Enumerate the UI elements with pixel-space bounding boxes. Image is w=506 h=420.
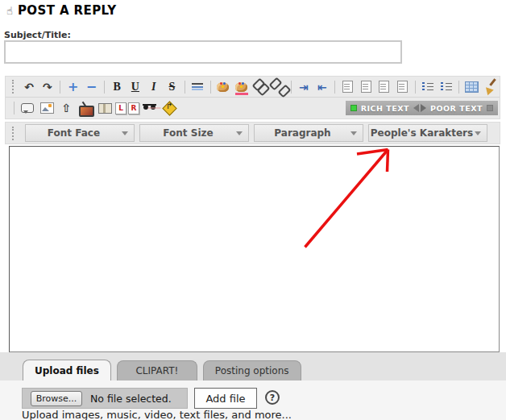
tab-upload-files[interactable]: Upload files <box>23 360 111 380</box>
media-gallery-icon[interactable] <box>96 100 114 117</box>
browse-button[interactable]: Browse... <box>31 391 82 406</box>
subject-input[interactable] <box>4 40 402 64</box>
help-icon[interactable]: ? <box>265 390 280 405</box>
redo-icon[interactable]: ↷ <box>39 78 56 95</box>
align-center-icon[interactable] <box>358 78 375 95</box>
ordered-list-icon[interactable] <box>420 78 437 95</box>
bold-icon[interactable]: B <box>109 78 126 95</box>
decrease-size-icon[interactable]: − <box>83 78 100 95</box>
align-left-icon[interactable] <box>339 78 356 95</box>
font-face-dropdown[interactable]: Font Face <box>25 124 135 142</box>
toolbar-separator <box>334 81 335 94</box>
page-header: ☝ POST A REPLY <box>6 3 116 18</box>
toolbar-separator <box>14 102 15 114</box>
align-justify-icon[interactable] <box>394 78 411 95</box>
toolbar-row-1: ↶↷+−BUIS⇥⇤ <box>6 77 500 98</box>
clean-html-icon[interactable] <box>482 78 499 95</box>
font-size-dropdown[interactable]: Font Size <box>139 124 249 142</box>
align-right-icon[interactable] <box>375 78 392 95</box>
insert-link-icon[interactable] <box>251 78 268 95</box>
text-color-icon[interactable] <box>214 78 231 95</box>
subject-label: Subject/Title: <box>4 30 71 40</box>
dropdown-label: Font Size <box>140 127 236 139</box>
poor-text-label[interactable]: POOR TEXT <box>430 104 483 113</box>
toolbar-separator <box>415 81 416 94</box>
caret-down-icon <box>475 131 481 135</box>
tab-posting-options[interactable]: Posting options <box>203 360 301 380</box>
insert-image-icon[interactable] <box>38 100 56 117</box>
add-file-button[interactable]: Add file <box>194 388 257 409</box>
toolbar-separator <box>185 81 185 94</box>
remove-link-icon[interactable] <box>270 78 287 95</box>
paragraph-dropdown[interactable]: Paragraph <box>254 124 363 142</box>
fist-icon: ☝ <box>6 5 13 17</box>
editor-toolbar: ↶↷+−BUIS⇥⇤ ⇧LRRICH TEXTPOOR TEXT <box>5 76 500 119</box>
caret-down-icon <box>350 131 357 135</box>
file-status: No file selected. <box>90 393 172 405</box>
toolbar-row-2: ⇧LRRICH TEXTPOOR TEXT <box>6 98 500 119</box>
rich-text-label[interactable]: RICH TEXT <box>361 104 409 113</box>
dropdown-label: Font Face <box>26 127 122 139</box>
float-right-icon[interactable]: R <box>128 102 139 114</box>
upload-panel: Browse... No file selected. Add file ? U… <box>0 380 506 420</box>
caret-down-icon <box>122 131 128 135</box>
poor-text-indicator <box>487 105 493 111</box>
italic-icon[interactable]: I <box>145 78 162 95</box>
toolbar-grip[interactable] <box>12 80 16 94</box>
page-title: POST A REPLY <box>18 3 117 18</box>
peoples-karakters-dropdown[interactable]: People's Karakters <box>368 124 487 142</box>
toggle-left-arrow-icon[interactable] <box>413 104 419 112</box>
underline-icon[interactable]: U <box>127 78 144 95</box>
rich-text-indicator <box>350 105 357 111</box>
highlight-color-icon[interactable] <box>233 78 250 95</box>
tab-bar: Upload filesCLIPART!Posting options <box>0 352 506 380</box>
undo-icon[interactable]: ↶ <box>21 78 38 95</box>
horizontal-rule-icon[interactable] <box>189 78 206 95</box>
upload-file-icon[interactable]: ⇧ <box>57 100 75 117</box>
toggle-right-arrow-icon[interactable] <box>421 104 426 112</box>
quote-icon[interactable] <box>19 100 36 117</box>
toolbar-row-fonts: Font FaceFont SizeParagraphPeople's Kara… <box>5 122 500 144</box>
increase-size-icon[interactable]: + <box>64 78 81 95</box>
toolbar-separator <box>60 81 60 94</box>
toolbar-separator <box>458 81 459 94</box>
text-mode-toggle[interactable]: RICH TEXTPOOR TEXT <box>346 101 498 115</box>
disguise-spoiler-icon[interactable] <box>141 100 159 117</box>
tab-clipart[interactable]: CLIPART! <box>117 360 197 380</box>
toolbar-separator <box>104 81 105 94</box>
dropdown-label: People's Karakters <box>369 127 475 139</box>
outdent-icon[interactable]: ⇤ <box>313 78 330 95</box>
toolbar-separator <box>210 81 211 94</box>
unordered-list-icon[interactable] <box>438 78 455 95</box>
insert-video-icon[interactable] <box>77 100 94 117</box>
dropdown-label: Paragraph <box>255 127 350 139</box>
road-sign-icon[interactable] <box>160 100 178 117</box>
float-left-icon[interactable]: L <box>115 102 126 114</box>
caret-down-icon <box>236 131 243 135</box>
editor-area[interactable] <box>9 146 500 352</box>
toolbar-grip[interactable] <box>12 127 16 140</box>
strikethrough-icon[interactable]: S <box>164 78 180 95</box>
insert-table-icon[interactable] <box>463 78 480 95</box>
toolbar-separator <box>291 81 292 94</box>
file-input[interactable]: Browse... No file selected. <box>22 388 188 409</box>
upload-caption: Upload images, music, video, text files,… <box>22 409 292 420</box>
indent-icon[interactable]: ⇥ <box>295 78 312 95</box>
